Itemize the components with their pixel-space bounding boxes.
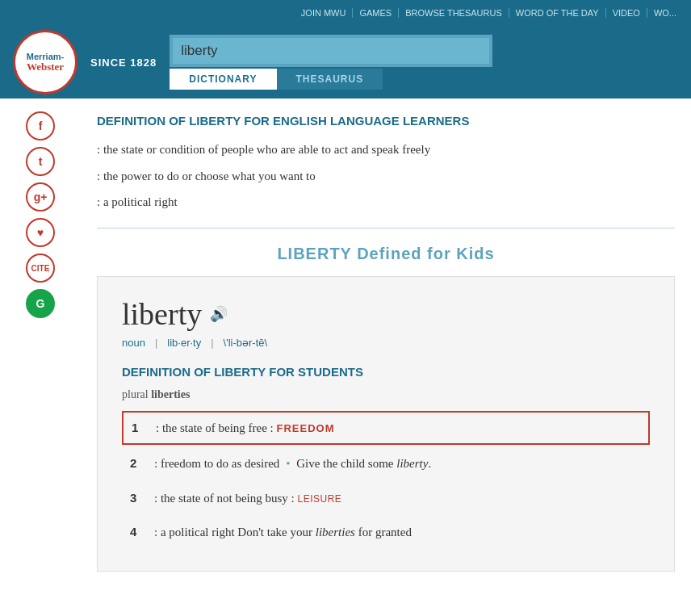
search-input[interactable] bbox=[173, 38, 489, 64]
kids-pronunciation: \'li-bər-tē\ bbox=[224, 337, 268, 349]
students-title-post: for Students bbox=[266, 365, 363, 379]
students-title-word: LIBERTY bbox=[214, 365, 266, 379]
ell-definition-2: : the power to do or choose what you wan… bbox=[97, 167, 675, 186]
social-sidebar: f t g+ ♥ CITE G bbox=[0, 98, 81, 601]
nav-browse-thesaurus[interactable]: BROWSE THESAURUS bbox=[399, 8, 509, 18]
student-definition-3: 3 : the state of not being busy : LEISUR… bbox=[122, 483, 650, 514]
nav-video[interactable]: VIDEO bbox=[606, 8, 647, 18]
facebook-icon[interactable]: f bbox=[26, 111, 55, 140]
heart-icon[interactable]: ♥ bbox=[26, 218, 55, 247]
content-area: Definition of LIBERTY for English Langua… bbox=[81, 98, 691, 601]
def-link-leisure[interactable]: LEISURE bbox=[297, 493, 341, 505]
nav-join-mwu[interactable]: JOIN MWU bbox=[295, 8, 354, 18]
ell-section-title: Definition of LIBERTY for English Langua… bbox=[97, 111, 675, 129]
kids-sep1: | bbox=[155, 337, 157, 349]
main-content: f t g+ ♥ CITE G Definition of LIBERTY fo… bbox=[0, 98, 691, 601]
kids-syllables: lib·er·ty bbox=[167, 337, 201, 349]
nav-more[interactable]: WO... bbox=[647, 8, 683, 18]
def-text-4: : a political right Don't take your libe… bbox=[154, 523, 642, 542]
grammarly-icon[interactable]: G bbox=[26, 289, 55, 318]
google-plus-icon[interactable]: g+ bbox=[26, 182, 55, 212]
student-definition-2: 2 : freedom to do as desired • Give the … bbox=[122, 448, 650, 480]
cite-icon[interactable]: CITE bbox=[26, 254, 55, 283]
def-link-freedom[interactable]: FREEDOM bbox=[277, 422, 335, 434]
section-divider-1 bbox=[97, 228, 675, 228]
kids-section-header: LIBERTY Defined for Kids bbox=[97, 245, 675, 263]
twitter-icon[interactable]: t bbox=[26, 147, 55, 176]
logo-text-mid: Webster bbox=[27, 61, 64, 73]
kids-card: liberty 🔊 noun | lib·er·ty | \'li-bər-tē… bbox=[97, 276, 675, 572]
top-navigation: JOIN MWU GAMES BROWSE THESAURUS WORD OF … bbox=[0, 0, 691, 26]
ell-definition-3: : a political right bbox=[97, 193, 675, 212]
tab-thesaurus[interactable]: THESAURUS bbox=[277, 69, 383, 90]
def-text-1: : the state of being free : FREEDOM bbox=[156, 419, 640, 438]
def-bullet-2: • bbox=[286, 457, 290, 470]
def-text-3: : the state of not being busy : LEISURE bbox=[154, 489, 642, 508]
kids-pos: noun bbox=[122, 337, 145, 349]
kids-sep2: | bbox=[211, 337, 213, 349]
tab-dictionary[interactable]: DICTIONARY bbox=[170, 69, 276, 90]
def-text-2: : freedom to do as desired • Give the ch… bbox=[154, 455, 642, 473]
def-num-2: 2 bbox=[130, 455, 154, 473]
students-title-pre: Definition of bbox=[122, 365, 214, 379]
sound-icon[interactable]: 🔊 bbox=[210, 305, 228, 323]
search-area: DICTIONARY THESAURUS bbox=[170, 35, 492, 90]
ell-title-word: LIBERTY bbox=[189, 114, 241, 128]
kids-meta: noun | lib·er·ty | \'li-bər-tē\ bbox=[122, 337, 650, 349]
since-label: SINCE 1828 bbox=[90, 57, 157, 69]
students-section-title: Definition of LIBERTY for Students bbox=[122, 362, 650, 380]
nav-games[interactable]: GAMES bbox=[353, 8, 399, 18]
ell-definition-1: : the state or condition of people who a… bbox=[97, 140, 675, 159]
def-num-1: 1 bbox=[132, 419, 156, 438]
kids-word: liberty bbox=[122, 296, 202, 332]
plural-word: liberties bbox=[151, 388, 190, 400]
ell-title-pre: Definition of bbox=[97, 114, 189, 128]
student-definition-4: 4 : a political right Don't take your li… bbox=[122, 517, 650, 548]
site-logo[interactable]: Merriam- Webster bbox=[13, 30, 77, 94]
plural-label: plural bbox=[122, 388, 149, 400]
plural-line: plural liberties bbox=[122, 388, 650, 401]
ell-title-post: for English Language Learners bbox=[241, 114, 469, 128]
search-tabs: DICTIONARY THESAURUS bbox=[170, 69, 492, 90]
site-header: Merriam- Webster SINCE 1828 DICTIONARY T… bbox=[0, 26, 691, 98]
nav-word-of-day[interactable]: WORD OF THE DAY bbox=[509, 8, 606, 18]
kids-word-row: liberty 🔊 bbox=[122, 296, 650, 332]
def-num-4: 4 bbox=[130, 523, 154, 542]
student-definition-1: 1 : the state of being free : FREEDOM bbox=[122, 411, 650, 446]
def-num-3: 3 bbox=[130, 489, 154, 508]
